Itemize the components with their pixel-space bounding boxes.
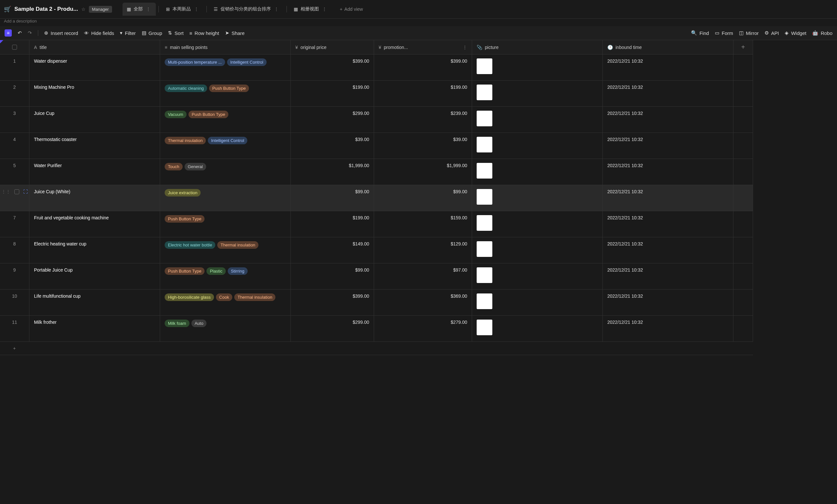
picture-thumbnail[interactable]: [477, 111, 492, 126]
picture-thumbnail[interactable]: [477, 137, 492, 152]
cell-picture[interactable]: [472, 185, 603, 211]
cell-tags[interactable]: Milk foamAuto: [160, 316, 291, 342]
cell-inbound-time[interactable]: 2022/12/21 10:32: [603, 316, 733, 342]
cell-picture[interactable]: [472, 107, 603, 133]
column-header-picture[interactable]: 📎picture: [472, 40, 603, 55]
drag-handle-icon[interactable]: ⋮⋮: [1, 189, 11, 194]
cell-tags[interactable]: Push Button TypePlasticStirring: [160, 263, 291, 290]
row-number[interactable]: 2: [0, 81, 30, 107]
row-number[interactable]: 7: [0, 211, 30, 237]
cell-tags[interactable]: Automatic cleaningPush Button Type: [160, 81, 291, 107]
picture-thumbnail[interactable]: [477, 320, 492, 335]
cell-promo-price[interactable]: $369.00: [374, 290, 472, 316]
cell-tags[interactable]: Juice extraction: [160, 185, 291, 211]
picture-thumbnail[interactable]: [477, 189, 492, 205]
row-number[interactable]: 3: [0, 107, 30, 133]
row-height-button[interactable]: ≡Row height: [190, 30, 219, 36]
picture-thumbnail[interactable]: [477, 85, 492, 100]
cell-original-price[interactable]: $99.00: [291, 185, 374, 211]
cell-original-price[interactable]: $199.00: [291, 211, 374, 237]
cell-picture[interactable]: [472, 263, 603, 290]
cell-tags[interactable]: High-borosilicate glassCookThermal insul…: [160, 290, 291, 316]
view-tab-0[interactable]: ▦全部⋮: [123, 3, 156, 16]
cell-original-price[interactable]: $1,999.00: [291, 159, 374, 185]
sort-button[interactable]: ⇅Sort: [168, 30, 184, 36]
cell-inbound-time[interactable]: 2022/12/21 10:32: [603, 55, 733, 81]
column-more-icon[interactable]: ⋮: [463, 45, 467, 50]
cell-title[interactable]: Thermostatic coaster: [30, 133, 160, 159]
cell-title[interactable]: Portable Juice Cup: [30, 263, 160, 290]
row-number[interactable]: 8: [0, 237, 30, 263]
cell-tags[interactable]: Electric hot water bottleThermal insulat…: [160, 237, 291, 263]
api-button[interactable]: ⚙API: [764, 30, 779, 36]
cell-picture[interactable]: [472, 237, 603, 263]
view-tab-3[interactable]: ▦相册视图⋮: [289, 3, 332, 16]
cell-title[interactable]: Juice Cup (White): [30, 185, 160, 211]
cell-inbound-time[interactable]: 2022/12/21 10:32: [603, 263, 733, 290]
expand-icon[interactable]: ⛶: [23, 189, 28, 194]
cell-inbound-time[interactable]: 2022/12/21 10:32: [603, 290, 733, 316]
cell-tags[interactable]: VacuumPush Button Type: [160, 107, 291, 133]
cell-inbound-time[interactable]: 2022/12/21 10:32: [603, 159, 733, 185]
row-number[interactable]: 11: [0, 316, 30, 342]
column-header-points[interactable]: ≡main selling points: [160, 40, 291, 55]
cell-promo-price[interactable]: $39.00: [374, 133, 472, 159]
cell-original-price[interactable]: $399.00: [291, 55, 374, 81]
filter-button[interactable]: ▾Filter: [120, 30, 136, 36]
row-checkbox[interactable]: [14, 189, 19, 194]
cell-inbound-time[interactable]: 2022/12/21 10:32: [603, 237, 733, 263]
redo-button[interactable]: ↷: [28, 30, 32, 36]
cell-tags[interactable]: Thermal insulationIntelligent Control: [160, 133, 291, 159]
row-number[interactable]: 9: [0, 263, 30, 290]
mirror-button[interactable]: ◫Mirror: [739, 30, 759, 36]
widget-button[interactable]: ◈Widget: [785, 30, 806, 36]
add-row-button[interactable]: +: [0, 342, 753, 355]
cell-title[interactable]: Fruit and vegetable cooking machine: [30, 211, 160, 237]
tab-more-icon[interactable]: ⋮: [193, 5, 200, 13]
cell-original-price[interactable]: $299.00: [291, 107, 374, 133]
add-view-button[interactable]: + Add view: [336, 4, 367, 14]
picture-thumbnail[interactable]: [477, 294, 492, 309]
cell-picture[interactable]: [472, 211, 603, 237]
cell-tags[interactable]: Multi-position temperature ...Intelligen…: [160, 55, 291, 81]
cell-promo-price[interactable]: $97.00: [374, 263, 472, 290]
row-number[interactable]: 5: [0, 159, 30, 185]
view-tab-1[interactable]: ⊞本周新品⋮: [161, 3, 204, 16]
menu-toggle[interactable]: ≡: [4, 30, 12, 37]
cell-title[interactable]: Milk frother: [30, 316, 160, 342]
column-header-original[interactable]: ¥original price: [291, 40, 374, 55]
tab-more-icon[interactable]: ⋮: [145, 5, 152, 13]
cell-original-price[interactable]: $39.00: [291, 133, 374, 159]
cell-tags[interactable]: Push Button Type: [160, 211, 291, 237]
tab-more-icon[interactable]: ⋮: [273, 5, 280, 13]
cell-inbound-time[interactable]: 2022/12/21 10:32: [603, 81, 733, 107]
row-number[interactable]: 1: [0, 55, 30, 81]
cell-picture[interactable]: [472, 159, 603, 185]
cell-promo-price[interactable]: $159.00: [374, 211, 472, 237]
cell-tags[interactable]: TouchGeneral: [160, 159, 291, 185]
cell-original-price[interactable]: $99.00: [291, 263, 374, 290]
cell-picture[interactable]: [472, 81, 603, 107]
cell-promo-price[interactable]: $129.00: [374, 237, 472, 263]
column-header-promo[interactable]: ¥promotion...⋮: [374, 40, 472, 55]
robot-button[interactable]: 🤖Robo: [812, 30, 833, 36]
tab-more-icon[interactable]: ⋮: [321, 5, 328, 13]
find-button[interactable]: 🔍Find: [691, 30, 709, 36]
cell-title[interactable]: Water dispenser: [30, 55, 160, 81]
add-column-button[interactable]: +: [733, 40, 753, 55]
cell-title[interactable]: Life multifunctional cup: [30, 290, 160, 316]
cell-inbound-time[interactable]: 2022/12/21 10:32: [603, 185, 733, 211]
column-header-inbound[interactable]: 🕐inbound time: [603, 40, 733, 55]
cell-promo-price[interactable]: $99.00: [374, 185, 472, 211]
cell-promo-price[interactable]: $399.00: [374, 55, 472, 81]
share-button[interactable]: ➤Share: [225, 30, 245, 36]
cell-inbound-time[interactable]: 2022/12/21 10:32: [603, 211, 733, 237]
insert-record-button[interactable]: ⊕Insert record: [44, 30, 78, 36]
cell-promo-price[interactable]: $1,999.00: [374, 159, 472, 185]
cell-picture[interactable]: [472, 55, 603, 81]
star-icon[interactable]: ☆: [81, 6, 86, 12]
cell-title[interactable]: Water Purifier: [30, 159, 160, 185]
cell-picture[interactable]: [472, 133, 603, 159]
undo-button[interactable]: ↶: [18, 30, 22, 36]
row-number[interactable]: 10: [0, 290, 30, 316]
